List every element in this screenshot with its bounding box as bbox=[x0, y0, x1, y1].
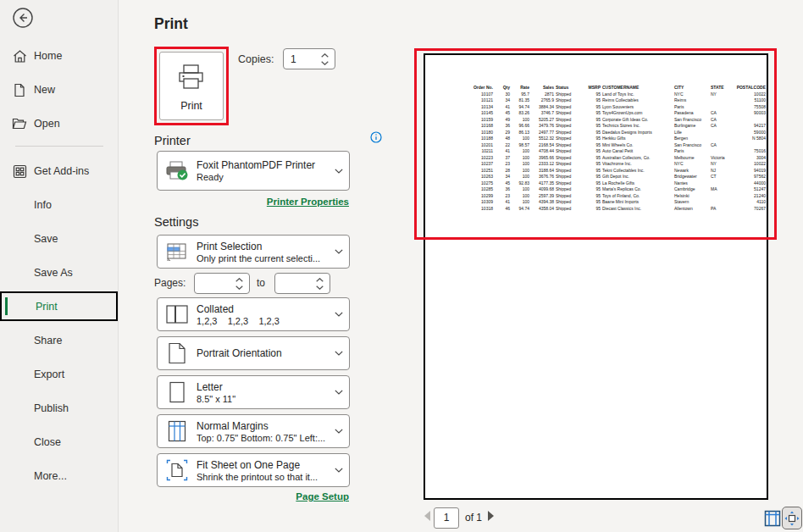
settings-section-title: Settings bbox=[154, 215, 198, 229]
orientation-select[interactable]: Portrait Orientation bbox=[157, 336, 350, 370]
sidebar-item-save-as[interactable]: Save As bbox=[0, 259, 118, 286]
margins-icon bbox=[158, 420, 197, 442]
fit-sheet-icon bbox=[158, 459, 197, 481]
paper-size-title: Letter bbox=[197, 381, 329, 393]
sidebar-item-export[interactable]: Export bbox=[0, 361, 118, 388]
info-icon[interactable] bbox=[370, 131, 382, 143]
zoom-to-page-button[interactable] bbox=[782, 507, 802, 529]
page-number-input[interactable]: 1 bbox=[434, 507, 459, 529]
chevron-down-icon bbox=[235, 285, 243, 290]
add-ins-grid-icon bbox=[12, 163, 27, 179]
sidebar-item-label: Share bbox=[34, 335, 62, 346]
sidebar-item-share[interactable]: Share bbox=[0, 327, 118, 354]
chevron-up-icon bbox=[316, 278, 324, 282]
stepper-arrows[interactable] bbox=[232, 278, 249, 290]
scaling-select[interactable]: Fit Sheet on One Page Shrink the printou… bbox=[157, 453, 350, 487]
open-folder-icon bbox=[12, 116, 27, 131]
printer-icon bbox=[175, 64, 208, 94]
sidebar-item-label: Open bbox=[34, 118, 60, 130]
sidebar-item-open[interactable]: Open bbox=[0, 110, 118, 137]
sidebar-item-label: Get Add-ins bbox=[34, 165, 89, 177]
print-button[interactable]: Print bbox=[159, 52, 224, 120]
sidebar-item-label: Close bbox=[34, 436, 61, 448]
margins-select[interactable]: Normal Margins Top: 0.75" Bottom: 0.75" … bbox=[157, 414, 350, 448]
collation-subtitle: 1,2,3 1,2,3 1,2,3 bbox=[197, 316, 329, 326]
chevron-up-icon bbox=[321, 53, 329, 58]
sidebar-item-get-addins[interactable]: Get Add-ins bbox=[0, 158, 118, 185]
sidebar-item-label: Save As bbox=[34, 267, 73, 279]
chevron-up-icon bbox=[235, 278, 243, 282]
margins-title: Normal Margins bbox=[197, 420, 329, 432]
collation-select[interactable]: Collated 1,2,3 1,2,3 1,2,3 bbox=[157, 297, 350, 331]
sidebar-item-print[interactable]: Print bbox=[0, 291, 118, 321]
sidebar-item-label: New bbox=[34, 84, 55, 96]
copies-stepper[interactable]: 1 bbox=[283, 48, 335, 69]
printer-status: Ready bbox=[197, 172, 329, 182]
sidebar-item-save[interactable]: Save bbox=[0, 225, 118, 252]
chevron-down-icon bbox=[329, 169, 349, 174]
chevron-down-icon bbox=[329, 249, 349, 254]
paper-size-subtitle: 8.5" x 11" bbox=[197, 394, 329, 404]
paper-size-select[interactable]: Letter 8.5" x 11" bbox=[157, 375, 350, 409]
portrait-page-icon bbox=[158, 342, 197, 364]
sidebar-item-more[interactable]: More... bbox=[0, 463, 118, 490]
backstage-sidebar: Home New Open bbox=[0, 0, 119, 532]
sidebar-item-label: More... bbox=[34, 470, 67, 482]
scaling-subtitle: Shrink the printout so that it... bbox=[197, 472, 329, 482]
copies-label: Copies: bbox=[238, 53, 274, 65]
collated-icon bbox=[158, 305, 197, 324]
sidebar-item-label: Info bbox=[34, 199, 52, 211]
sidebar-item-label: Home bbox=[34, 50, 62, 62]
print-button-label: Print bbox=[180, 100, 202, 112]
print-what-select[interactable]: Print Selection Only print the current s… bbox=[157, 235, 350, 269]
stepper-arrows[interactable] bbox=[313, 278, 330, 290]
sidebar-item-close[interactable]: Close bbox=[0, 429, 118, 456]
pages-label: Pages: bbox=[154, 277, 186, 289]
page-setup-link[interactable]: Page Setup bbox=[296, 491, 349, 502]
sidebar-item-label: Publish bbox=[34, 402, 69, 414]
copies-value: 1 bbox=[284, 53, 318, 65]
sidebar-item-info[interactable]: Info bbox=[0, 191, 118, 219]
pages-from-stepper[interactable] bbox=[194, 273, 250, 294]
chevron-down-icon bbox=[329, 468, 349, 473]
print-what-subtitle: Only print the current selecti... bbox=[197, 253, 329, 263]
letter-page-icon bbox=[158, 381, 197, 403]
home-icon bbox=[12, 48, 27, 64]
printer-name: Foxit PhantomPDF Printer bbox=[197, 159, 329, 171]
pages-to-stepper[interactable] bbox=[274, 273, 330, 294]
new-document-icon bbox=[12, 82, 27, 97]
chevron-down-icon bbox=[321, 61, 329, 65]
sidebar-item-publish[interactable]: Publish bbox=[0, 395, 118, 422]
print-selection-icon bbox=[158, 243, 197, 261]
stepper-arrows[interactable] bbox=[318, 53, 335, 65]
back-button[interactable] bbox=[11, 6, 35, 30]
sidebar-item-home[interactable]: Home bbox=[0, 42, 118, 69]
back-arrow-icon bbox=[11, 18, 35, 32]
sidebar-item-label: Export bbox=[34, 369, 64, 380]
chevron-down-icon bbox=[329, 390, 349, 395]
printer-properties-link[interactable]: Printer Properties bbox=[267, 197, 349, 207]
show-margins-icon[interactable] bbox=[764, 510, 781, 527]
chevron-down-icon bbox=[329, 351, 349, 356]
print-what-title: Print Selection bbox=[197, 241, 329, 252]
chevron-down-icon bbox=[329, 429, 349, 434]
annotation-preview-table bbox=[414, 48, 777, 240]
sidebar-item-label: Print bbox=[36, 301, 58, 313]
printer-section-title: Printer bbox=[154, 134, 191, 147]
excel-print-backstage: Home New Open bbox=[0, 0, 803, 532]
page-count-label: of 1 bbox=[465, 512, 482, 524]
sidebar-item-label: Save bbox=[34, 233, 58, 245]
printer-select[interactable]: Foxit PhantomPDF Printer Ready bbox=[157, 151, 350, 191]
scaling-title: Fit Sheet on One Page bbox=[197, 459, 329, 471]
pages-to-label: to bbox=[257, 277, 265, 289]
sidebar-divider bbox=[15, 146, 103, 147]
next-page-icon[interactable] bbox=[486, 510, 496, 525]
zoom-to-page-icon bbox=[784, 511, 800, 526]
chevron-down-icon bbox=[329, 312, 349, 317]
preview-toolbar: 1 of 1 bbox=[0, 506, 803, 532]
sidebar-item-new[interactable]: New bbox=[0, 76, 118, 103]
selected-indicator bbox=[5, 297, 8, 315]
previous-page-icon[interactable] bbox=[423, 510, 432, 525]
chevron-down-icon bbox=[316, 285, 324, 290]
collation-title: Collated bbox=[197, 303, 329, 315]
